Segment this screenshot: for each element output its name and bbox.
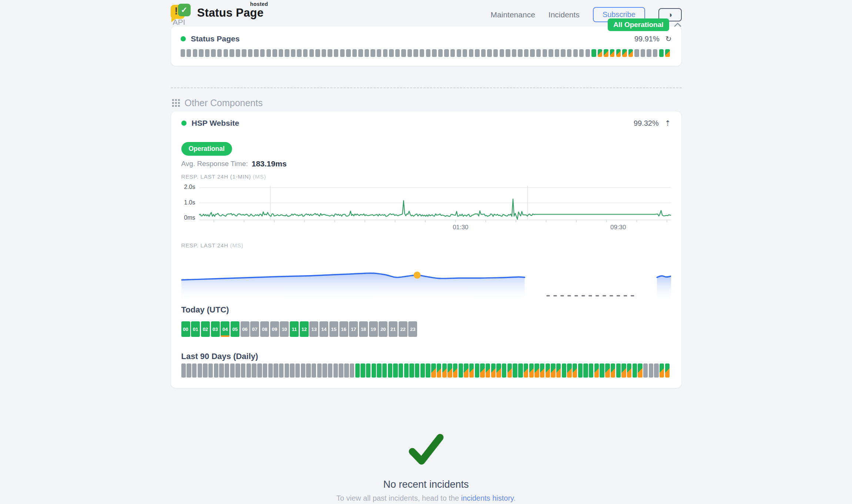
uptime-bar[interactable] bbox=[291, 49, 295, 57]
collapse-arrow-icon[interactable]: ⇡ bbox=[665, 119, 671, 127]
uptime-bar[interactable] bbox=[192, 363, 197, 378]
uptime-bar[interactable] bbox=[586, 49, 590, 57]
uptime-bar[interactable] bbox=[241, 363, 245, 378]
uptime-bar[interactable] bbox=[594, 363, 599, 378]
uptime-bar[interactable] bbox=[534, 363, 539, 378]
uptime-bar[interactable] bbox=[235, 363, 240, 378]
uptime-bar[interactable] bbox=[633, 363, 637, 378]
hour-cell[interactable]: 19 bbox=[369, 321, 378, 337]
uptime-bar[interactable] bbox=[493, 49, 498, 57]
uptime-bar[interactable] bbox=[556, 363, 561, 378]
uptime-bar[interactable] bbox=[358, 49, 363, 57]
uptime-bar[interactable] bbox=[315, 49, 320, 57]
uptime-bar[interactable] bbox=[224, 49, 228, 57]
uptime-bar[interactable] bbox=[389, 49, 393, 57]
uptime-bar[interactable] bbox=[208, 363, 213, 378]
uptime-bar[interactable] bbox=[211, 49, 215, 57]
uptime-bar[interactable] bbox=[463, 49, 467, 57]
uptime-bar[interactable] bbox=[198, 363, 202, 378]
uptime-bar[interactable] bbox=[561, 49, 565, 57]
uptime-bar[interactable] bbox=[352, 49, 357, 57]
uptime-bar[interactable] bbox=[481, 49, 486, 57]
uptime-bar[interactable] bbox=[187, 49, 191, 57]
uptime-bar[interactable] bbox=[524, 49, 529, 57]
uptime-bar[interactable] bbox=[217, 49, 222, 57]
uptime-bar[interactable] bbox=[279, 363, 284, 378]
chart2-plot[interactable] bbox=[181, 258, 671, 302]
hour-cell[interactable]: 23 bbox=[408, 321, 417, 337]
hour-cell[interactable]: 09 bbox=[270, 321, 279, 337]
hour-cell[interactable]: 10 bbox=[280, 321, 289, 337]
hour-cell[interactable]: 12 bbox=[300, 321, 309, 337]
uptime-bar[interactable] bbox=[399, 363, 403, 378]
uptime-bar[interactable] bbox=[333, 363, 338, 378]
uptime-bar[interactable] bbox=[203, 363, 207, 378]
uptime-bar[interactable] bbox=[420, 363, 425, 378]
uptime-bar[interactable] bbox=[487, 49, 492, 57]
uptime-bar[interactable] bbox=[214, 363, 218, 378]
chevron-up-icon[interactable] bbox=[674, 22, 682, 27]
uptime-bar[interactable] bbox=[309, 49, 314, 57]
response-chart-24h[interactable] bbox=[181, 258, 671, 302]
uptime-bar[interactable] bbox=[530, 49, 534, 57]
uptime-bar[interactable] bbox=[242, 49, 246, 57]
hour-cell[interactable]: 22 bbox=[399, 321, 407, 337]
uptime-bar[interactable] bbox=[549, 49, 553, 57]
uptime-bar[interactable] bbox=[377, 49, 381, 57]
incidents-history-link[interactable]: incidents history bbox=[461, 494, 514, 502]
uptime-bar[interactable] bbox=[583, 363, 588, 378]
uptime-bar[interactable] bbox=[274, 363, 278, 378]
uptime-bar[interactable] bbox=[268, 363, 273, 378]
uptime-bar[interactable] bbox=[382, 363, 387, 378]
uptime-bar[interactable] bbox=[469, 49, 473, 57]
uptime-bar[interactable] bbox=[438, 49, 443, 57]
uptime-bar[interactable] bbox=[622, 49, 627, 57]
uptime-bar[interactable] bbox=[442, 363, 447, 378]
uptime-bar[interactable] bbox=[486, 363, 490, 378]
uptime-bar[interactable] bbox=[365, 49, 369, 57]
hour-cell[interactable]: 06 bbox=[241, 321, 249, 337]
hour-cell[interactable]: 08 bbox=[260, 321, 269, 337]
uptime-bar[interactable] bbox=[647, 49, 651, 57]
uptime-bar[interactable] bbox=[254, 49, 258, 57]
uptime-bar[interactable] bbox=[248, 49, 252, 57]
uptime-bar[interactable] bbox=[355, 363, 360, 378]
nav-maintenance[interactable]: Maintenance bbox=[491, 10, 535, 19]
hour-cell[interactable]: 15 bbox=[329, 321, 338, 337]
uptime-bar[interactable] bbox=[475, 49, 479, 57]
chart1-plot[interactable]: 01:3009:30 bbox=[199, 184, 671, 232]
uptime-bar[interactable] bbox=[600, 363, 604, 378]
uptime-bar[interactable] bbox=[546, 363, 550, 378]
uptime-bar[interactable] bbox=[229, 49, 234, 57]
uptime-bar[interactable] bbox=[370, 49, 375, 57]
uptime-bar[interactable] bbox=[578, 363, 583, 378]
uptime-bar[interactable] bbox=[464, 363, 468, 378]
uptime-bar[interactable] bbox=[555, 49, 559, 57]
uptime-bar[interactable] bbox=[260, 49, 265, 57]
uptime-bar[interactable] bbox=[610, 49, 614, 57]
hour-cell[interactable]: 03 bbox=[211, 321, 220, 337]
uptime-bar[interactable] bbox=[551, 363, 555, 378]
hour-cell[interactable]: 14 bbox=[319, 321, 328, 337]
uptime-bar[interactable] bbox=[616, 49, 621, 57]
uptime-bar[interactable] bbox=[469, 363, 474, 378]
uptime-bar[interactable] bbox=[257, 363, 262, 378]
uptime-bar[interactable] bbox=[340, 49, 345, 57]
uptime-bar[interactable] bbox=[513, 363, 517, 378]
uptime-bar[interactable] bbox=[344, 363, 349, 378]
uptime-bar[interactable] bbox=[252, 363, 256, 378]
hour-cell[interactable]: 05 bbox=[231, 321, 239, 337]
uptime-bar[interactable] bbox=[512, 49, 516, 57]
uptime-bar[interactable] bbox=[654, 363, 658, 378]
uptime-bar[interactable] bbox=[475, 363, 479, 378]
uptime-bar[interactable] bbox=[627, 363, 631, 378]
hour-cell[interactable]: 01 bbox=[191, 321, 200, 337]
uptime-bar[interactable] bbox=[605, 363, 610, 378]
uptime-bar[interactable] bbox=[322, 49, 326, 57]
uptime-bar[interactable] bbox=[401, 49, 406, 57]
uptime-bar[interactable] bbox=[297, 49, 301, 57]
uptime-bar[interactable] bbox=[317, 363, 322, 378]
uptime-bar[interactable] bbox=[404, 363, 409, 378]
uptime-bar[interactable] bbox=[634, 49, 639, 57]
uptime-bar[interactable] bbox=[567, 49, 571, 57]
